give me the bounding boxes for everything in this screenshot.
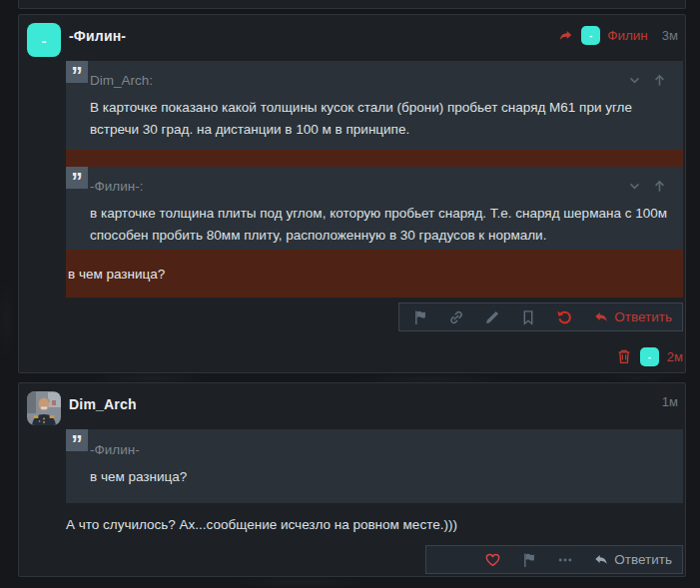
deleter-avatar[interactable]: - [640, 347, 659, 366]
flag-icon[interactable] [521, 552, 537, 568]
reply-to-avatar-initial: - [589, 30, 592, 41]
post-content: ” -Филин- в чем разница? А что случилось… [66, 429, 683, 574]
go-to-source-icon[interactable] [652, 179, 667, 194]
edit-pencil-icon[interactable] [484, 309, 500, 325]
go-to-source-icon[interactable] [652, 73, 667, 88]
quoted-text: В карточке показано какой толщины кусок … [90, 97, 667, 141]
quote-glyph: ” [71, 63, 83, 89]
post-header: - -Филин- - Филин 3м [19, 15, 685, 61]
quote-icon: ” [66, 61, 88, 83]
reply-label: Ответить [614, 552, 672, 567]
post-toolbar: Ответить [425, 545, 683, 574]
like-heart-icon[interactable] [484, 551, 501, 568]
previous-post-remnant [18, 0, 686, 9]
quoted-author: -Филин-: [90, 179, 143, 194]
quote-block-filin: ” -Филин-: в карточке толщина плиты под … [66, 167, 683, 250]
collapse-quote-icon[interactable] [627, 73, 642, 88]
reply-to-indicator: - Филин 3м [557, 26, 678, 45]
author-username[interactable]: Dim_Arch [69, 396, 137, 412]
quote-glyph: ” [71, 431, 83, 457]
post-timestamp: 3м [662, 28, 678, 43]
quoted-text: в чем разница? [90, 466, 667, 488]
bookmark-icon[interactable] [520, 309, 536, 325]
post-header: Dim_Arch 1м [19, 383, 685, 429]
quote-icon: ” [66, 167, 88, 189]
reply-icon [593, 552, 609, 568]
avatar-photo[interactable] [27, 391, 61, 425]
quoted-text: в карточке толщина плиты под углом, кото… [90, 203, 667, 247]
reply-button[interactable]: Ответить [593, 309, 672, 325]
comment-post-2: Dim_Arch 1м ” -Филин- в чем разница? А ч… [18, 382, 686, 577]
avatar-initial: - [42, 32, 47, 49]
flag-icon[interactable] [412, 309, 428, 325]
collapse-quote-icon[interactable] [627, 179, 642, 194]
deleted-indicator: - 2м [66, 346, 683, 366]
deleted-timestamp: 2м [667, 349, 683, 364]
restore-revision-icon[interactable] [556, 308, 573, 325]
reply-arrow-icon[interactable] [557, 28, 574, 44]
portrait-image [27, 391, 61, 425]
quoted-author: Dim_Arch: [90, 73, 153, 88]
reply-icon [593, 309, 609, 325]
author-username[interactable]: -Филин- [69, 28, 126, 44]
post-toolbar: Ответить [398, 302, 683, 331]
reply-button[interactable]: Ответить [593, 552, 672, 568]
reply-to-username[interactable]: Филин [607, 28, 648, 43]
quote-icon: ” [66, 429, 88, 451]
share-link-icon[interactable] [448, 309, 464, 325]
quote-block-dim-arch: ” Dim_Arch: В карточке показано какой то… [66, 61, 683, 150]
quote-block-filin: ” -Филин- в чем разница? [66, 429, 683, 503]
comment-post-1: - -Филин- - Филин 3м ” Dim_Arch: [18, 14, 686, 373]
post-timestamp: 1м [662, 394, 678, 409]
avatar[interactable]: - [27, 23, 61, 57]
more-options-icon[interactable] [557, 552, 573, 568]
trash-icon[interactable] [616, 348, 632, 364]
reply-label: Ответить [614, 309, 672, 324]
removed-content-bar [66, 150, 683, 167]
quote-glyph: ” [71, 169, 83, 195]
comment-body: А что случилось? Ах...сообщение исчезло … [66, 515, 683, 534]
quoted-author: -Филин- [90, 442, 140, 457]
removed-text-highlight: в чем разница? [66, 250, 683, 297]
post-content: ” Dim_Arch: В карточке показано какой то… [66, 61, 683, 366]
reply-to-avatar[interactable]: - [581, 26, 600, 45]
deleter-avatar-initial: - [648, 351, 651, 362]
